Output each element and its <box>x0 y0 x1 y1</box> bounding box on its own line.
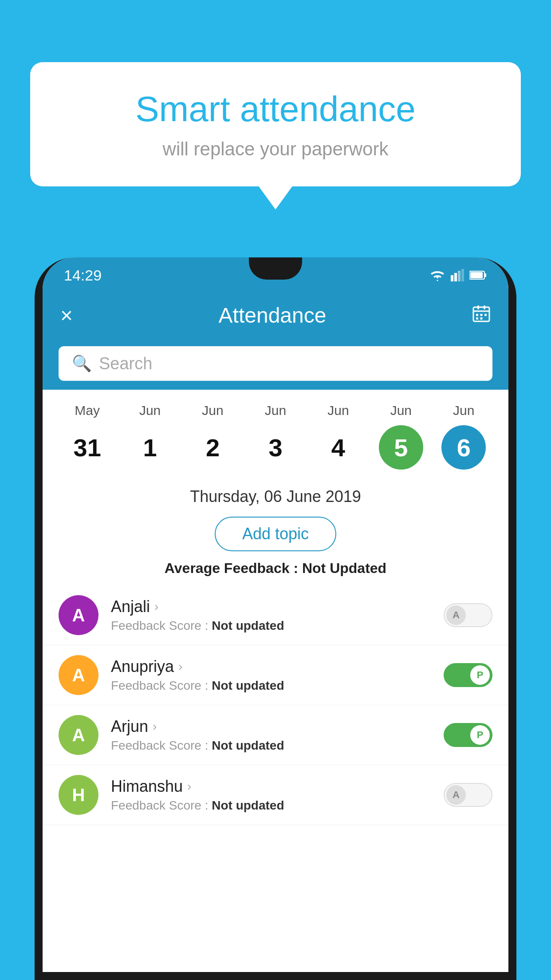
cal-num: 6 <box>441 425 486 470</box>
search-bar[interactable]: 🔍 Search <box>59 346 492 381</box>
chevron-right-icon: › <box>187 779 191 794</box>
attendance-toggle[interactable]: A <box>444 603 492 627</box>
cal-month: Jun <box>453 403 474 418</box>
svg-rect-5 <box>484 273 486 277</box>
calendar-day-0[interactable]: May31 <box>61 403 114 470</box>
student-feedback: Feedback Score : Not updated <box>111 798 431 813</box>
feedback-value: Not updated <box>212 739 284 752</box>
selected-date: Thursday, 06 June 2019 <box>43 478 508 512</box>
cal-month: Jun <box>265 403 286 418</box>
cal-num: 5 <box>379 425 423 470</box>
status-bar-time: 14:29 <box>64 267 102 284</box>
cal-num: 4 <box>316 425 360 470</box>
speech-bubble-container: Smart attendance will replace your paper… <box>30 62 521 186</box>
svg-rect-11 <box>476 314 478 316</box>
student-avatar: H <box>59 775 98 815</box>
cal-month: Jun <box>202 403 223 418</box>
phone-frame: 14:29 <box>35 257 516 980</box>
svg-rect-1 <box>454 273 457 281</box>
cal-num: 31 <box>65 425 110 470</box>
student-item[interactable]: AAnjali ›Feedback Score : Not updatedA <box>43 585 508 645</box>
student-name: Himanshu › <box>111 777 431 796</box>
feedback-value: Not updated <box>212 679 284 692</box>
svg-rect-15 <box>480 317 482 320</box>
speech-bubble-subtitle: will replace your paperwork <box>66 138 485 160</box>
avg-feedback-label: Average Feedback : <box>165 560 298 576</box>
battery-icon <box>469 270 487 280</box>
student-name: Anupriya › <box>111 657 431 676</box>
toggle-container[interactable]: P <box>444 663 492 687</box>
toggle-container[interactable]: A <box>444 603 492 627</box>
svg-rect-2 <box>458 271 460 281</box>
svg-rect-6 <box>470 272 483 278</box>
search-input[interactable]: Search <box>99 354 152 373</box>
calendar-day-4[interactable]: Jun4 <box>311 403 365 470</box>
student-avatar: A <box>59 595 98 635</box>
cal-month: Jun <box>390 403 412 418</box>
calendar-day-3[interactable]: Jun3 <box>249 403 302 470</box>
cal-month: Jun <box>327 403 349 418</box>
chevron-right-icon: › <box>154 600 158 614</box>
status-bar: 14:29 <box>43 257 508 293</box>
student-info: Anupriya ›Feedback Score : Not updated <box>111 657 431 693</box>
attendance-toggle[interactable]: P <box>444 663 492 687</box>
close-button[interactable]: × <box>60 303 73 328</box>
student-avatar: A <box>59 655 98 695</box>
app-title: Attendance <box>219 303 327 328</box>
svg-rect-12 <box>480 314 482 316</box>
feedback-value: Not updated <box>212 619 284 632</box>
toggle-knob: P <box>470 665 490 685</box>
student-info: Arjun ›Feedback Score : Not updated <box>111 717 431 753</box>
signal-icon <box>451 269 464 281</box>
feedback-value: Not updated <box>212 798 284 812</box>
student-info: Anjali ›Feedback Score : Not updated <box>111 597 431 633</box>
calendar-day-6[interactable]: Jun6 <box>437 403 490 470</box>
calendar-day-5[interactable]: Jun5 <box>374 403 428 470</box>
calendar-day-1[interactable]: Jun1 <box>123 403 177 470</box>
search-bar-container: 🔍 Search <box>43 337 508 390</box>
calendar-day-2[interactable]: Jun2 <box>186 403 240 470</box>
search-icon: 🔍 <box>72 354 92 373</box>
student-avatar: A <box>59 715 98 755</box>
phone-inner: 14:29 <box>43 257 508 972</box>
svg-rect-10 <box>484 305 485 309</box>
chevron-right-icon: › <box>153 719 157 734</box>
student-feedback: Feedback Score : Not updated <box>111 679 431 693</box>
speech-bubble-title: Smart attendance <box>66 89 485 130</box>
toggle-knob: A <box>446 605 466 625</box>
student-list: AAnjali ›Feedback Score : Not updatedAAA… <box>43 585 508 825</box>
toggle-knob: A <box>446 785 466 805</box>
cal-num: 3 <box>253 425 298 470</box>
student-feedback: Feedback Score : Not updated <box>111 739 431 753</box>
chevron-right-icon: › <box>178 660 182 674</box>
svg-rect-3 <box>461 269 464 281</box>
svg-rect-0 <box>451 275 453 281</box>
speech-bubble: Smart attendance will replace your paper… <box>30 62 521 186</box>
toggle-knob: P <box>470 725 490 745</box>
svg-rect-13 <box>484 314 487 316</box>
add-topic-button[interactable]: Add topic <box>215 517 336 551</box>
student-info: Himanshu ›Feedback Score : Not updated <box>111 777 431 813</box>
student-item[interactable]: HHimanshu ›Feedback Score : Not updatedA <box>43 765 508 825</box>
toggle-container[interactable]: A <box>444 783 492 807</box>
attendance-toggle[interactable]: A <box>444 783 492 807</box>
notch <box>249 257 302 280</box>
student-name: Arjun › <box>111 717 431 736</box>
toggle-container[interactable]: P <box>444 723 492 747</box>
cal-num: 1 <box>128 425 172 470</box>
student-item[interactable]: AAnupriya ›Feedback Score : Not updatedP <box>43 645 508 705</box>
attendance-toggle[interactable]: P <box>444 723 492 747</box>
calendar-strip: May31Jun1Jun2Jun3Jun4Jun5Jun6 <box>43 390 508 478</box>
cal-month: Jun <box>139 403 161 418</box>
avg-feedback-value: Not Updated <box>302 560 386 576</box>
app-header: × Attendance <box>43 293 508 337</box>
student-name: Anjali › <box>111 597 431 616</box>
svg-rect-14 <box>476 317 478 320</box>
cal-month: May <box>75 403 100 418</box>
average-feedback: Average Feedback : Not Updated <box>43 560 508 585</box>
calendar-icon[interactable] <box>472 304 491 327</box>
student-item[interactable]: AArjun ›Feedback Score : Not updatedP <box>43 705 508 765</box>
status-icons <box>429 269 487 281</box>
cal-num: 2 <box>191 425 235 470</box>
student-feedback: Feedback Score : Not updated <box>111 619 431 633</box>
